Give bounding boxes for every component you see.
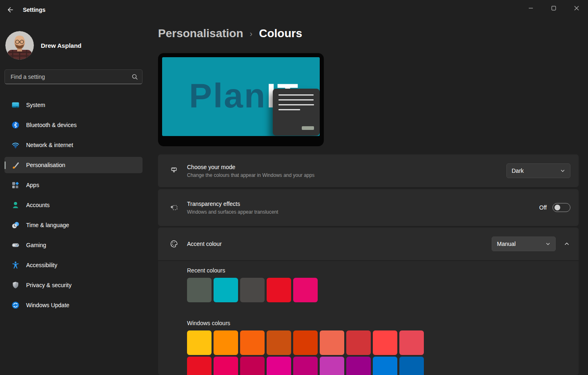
colour-swatch[interactable] [399,330,424,355]
window-title: Settings [23,7,45,13]
sidebar-item-windows-update[interactable]: Windows Update [4,297,143,313]
profile-card[interactable]: Drew Aspland [5,31,81,60]
search-icon [131,74,138,80]
system-icon [11,101,20,109]
preview-dialog-button [302,126,314,130]
accent-mode-dropdown[interactable]: Manual [492,237,556,251]
sidebar-item-bluetooth[interactable]: Bluetooth & devices [4,117,143,133]
transparency-row: Transparency effects Windows and surface… [158,189,579,226]
sidebar-item-privacy[interactable]: Privacy & security [4,277,143,293]
accent-colour-expanded: Recent colours Windows colours [158,261,579,375]
collapse-expander-button[interactable] [563,240,570,248]
accessibility-icon [11,261,20,269]
colour-swatch[interactable] [214,330,238,355]
sidebar-item-label: Gaming [26,242,46,248]
colour-swatch[interactable] [267,278,291,302]
colour-swatch[interactable] [240,330,265,355]
recent-colours-label: Recent colours [187,267,570,274]
colour-swatch[interactable] [187,278,212,302]
accent-mode-value: Manual [497,241,516,247]
sidebar-item-gaming[interactable]: Gaming [4,237,143,253]
sidebar-item-accounts[interactable]: Accounts [4,197,143,213]
sidebar-item-label: System [26,102,45,108]
colour-swatch[interactable] [240,278,265,302]
colour-swatch[interactable] [399,357,424,375]
colour-swatch[interactable] [293,330,318,355]
network-icon [11,141,20,149]
preview-logo-plan: Plan [189,76,266,115]
colour-swatch[interactable] [320,357,344,375]
colour-swatch[interactable] [373,330,397,355]
sidebar-item-system[interactable]: System [4,97,143,113]
privacy-icon [11,281,20,289]
colour-swatch[interactable] [373,357,397,375]
preview-dialog [273,89,320,136]
sidebar: Drew Aspland System [0,20,151,375]
recent-colours-row [187,278,570,302]
transparency-icon [169,203,178,212]
sidebar-item-label: Time & language [26,222,69,228]
chevron-down-icon [560,168,565,173]
paintbrush-icon [169,166,178,175]
colour-swatch[interactable] [293,278,318,302]
preview-screen: PlanIT [162,57,320,136]
page-title: Colours [259,27,302,40]
colour-swatch[interactable] [346,357,371,375]
sidebar-item-label: Personalisation [26,162,65,168]
apps-icon [11,181,20,189]
sidebar-item-personalisation[interactable]: Personalisation [4,157,143,173]
windows-colours-grid [187,330,570,375]
windows-colours-label: Windows colours [187,320,570,326]
colour-swatch[interactable] [187,330,212,355]
colour-swatch[interactable] [320,330,344,355]
transparency-subtitle: Windows and surfaces appear translucent [187,209,539,215]
choose-mode-title: Choose your mode [187,164,506,170]
maximize-button[interactable] [542,0,565,16]
time-language-icon [11,221,20,229]
accounts-icon [11,201,20,209]
colour-swatch[interactable] [346,330,371,355]
accent-colour-title: Accent colour [187,241,492,247]
transparency-toggle[interactable] [552,203,570,212]
windows-update-icon [11,301,20,309]
sidebar-item-label: Network & internet [26,142,73,148]
mode-dropdown-value: Dark [512,167,524,174]
sidebar-item-accessibility[interactable]: Accessibility [4,257,143,273]
colour-swatch[interactable] [187,357,212,375]
sidebar-item-label: Privacy & security [26,282,71,288]
bluetooth-icon [11,121,20,129]
user-name: Drew Aspland [41,42,81,49]
window-controls [519,0,588,16]
close-button[interactable] [565,0,588,16]
palette-icon [169,239,178,248]
colour-swatch[interactable] [293,357,318,375]
search-box[interactable] [4,69,143,84]
sidebar-item-label: Windows Update [26,302,69,308]
breadcrumb: Personalisation › Colours [158,27,302,40]
mode-dropdown[interactable]: Dark [506,163,570,178]
choose-mode-subtitle: Change the colours that appear in Window… [187,172,506,178]
avatar [5,31,34,60]
sidebar-item-label: Accessibility [26,262,57,268]
breadcrumb-separator-icon: › [250,29,253,38]
colour-swatch[interactable] [214,278,238,302]
transparency-state-label: Off [539,204,547,211]
sidebar-item-time-language[interactable]: Time & language [4,217,143,233]
colour-swatch[interactable] [267,330,291,355]
sidebar-item-network[interactable]: Network & internet [4,137,143,153]
colour-swatch[interactable] [240,357,265,375]
accent-colour-row: Accent colour Manual [158,228,579,260]
back-arrow-icon [7,6,14,13]
transparency-title: Transparency effects [187,201,539,207]
breadcrumb-parent[interactable]: Personalisation [158,27,243,40]
sidebar-item-label: Bluetooth & devices [26,122,77,128]
minimize-button[interactable] [519,0,542,16]
choose-mode-row: Choose your mode Change the colours that… [158,154,579,187]
sidebar-item-apps[interactable]: Apps [4,177,143,193]
colour-swatch[interactable] [267,357,291,375]
search-input[interactable] [10,73,131,80]
back-button[interactable] [4,4,16,16]
sidebar-item-label: Accounts [26,202,50,208]
colour-swatch[interactable] [214,357,238,375]
personalisation-icon [11,161,20,169]
